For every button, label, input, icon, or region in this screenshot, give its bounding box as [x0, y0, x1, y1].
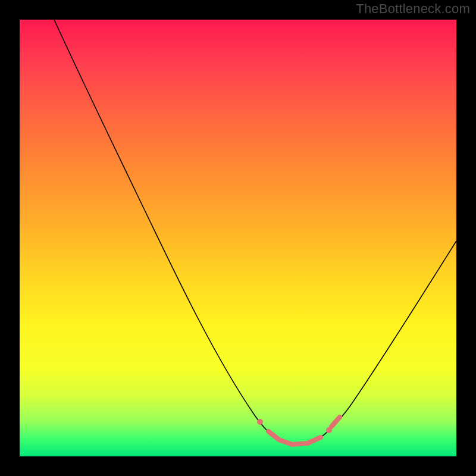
svg-point-0 [257, 419, 263, 425]
optimal-range-markers [257, 417, 340, 444]
plot-area [20, 20, 456, 456]
attribution-text: TheBottleneck.com [356, 1, 470, 17]
chart-svg [20, 20, 456, 456]
svg-line-6 [331, 417, 340, 427]
bottleneck-curve [54, 20, 456, 446]
svg-line-4 [308, 437, 321, 443]
chart-frame: TheBottleneck.com [0, 0, 476, 476]
